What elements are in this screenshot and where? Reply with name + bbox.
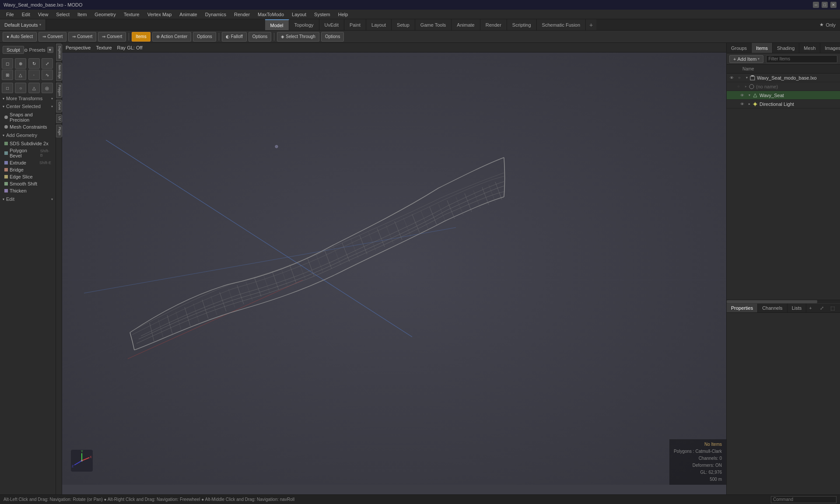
item-eye-light[interactable]: 👁: [739, 101, 745, 107]
menu-render[interactable]: Render: [231, 11, 253, 18]
options-button-2[interactable]: Options: [248, 32, 271, 42]
side-tab-polygon[interactable]: Polygon: [56, 83, 62, 98]
polygon-bevel-item[interactable]: Polygon Bevel Shift-B: [2, 147, 54, 159]
side-tab-curve[interactable]: Curve: [56, 100, 62, 112]
tool-move-icon[interactable]: ⊕: [15, 58, 26, 69]
mesh-constraints-item[interactable]: Mesh Constraints: [2, 123, 54, 130]
item-row-group[interactable]: ○ ▸ (no name): [727, 82, 840, 91]
sculpt-button[interactable]: Sculpt: [3, 46, 24, 54]
right-tab-images[interactable]: Images: [820, 43, 840, 53]
select-through-button[interactable]: ◈ Select Through: [277, 32, 319, 42]
right-tab-groups[interactable]: Groups: [727, 43, 752, 53]
convert-button-3[interactable]: ⇒ Convert: [98, 32, 126, 42]
menu-view[interactable]: View: [35, 11, 52, 18]
items-button[interactable]: Items: [132, 32, 150, 42]
tool-transform-icon[interactable]: ⊞: [2, 70, 13, 80]
tool-ngon-icon[interactable]: △: [15, 70, 26, 80]
smooth-shift-item[interactable]: Smooth Shift: [2, 180, 54, 187]
tab-uvedit[interactable]: UvEdit: [319, 19, 344, 30]
tab-schematicfusion[interactable]: Schematic Fusion: [537, 19, 586, 30]
tab-animate[interactable]: Animate: [452, 19, 480, 30]
convert-button-1[interactable]: ⇒ Convert: [38, 32, 66, 42]
menu-layout[interactable]: Layout: [288, 11, 310, 18]
auto-select-button[interactable]: ● Auto Select: [3, 32, 37, 42]
tool-select-icon[interactable]: ◻: [2, 58, 13, 69]
tab-model[interactable]: Model: [265, 19, 289, 30]
falloff-button[interactable]: ◐ Falloff: [222, 32, 247, 42]
item-eye2-scene[interactable]: ○: [736, 75, 742, 81]
more-transforms-header[interactable]: ▾ More Transforms ▾: [0, 94, 56, 102]
tool-scale-icon[interactable]: ⤢: [42, 58, 53, 69]
bridge-item[interactable]: Bridge: [2, 166, 54, 173]
right-tab-shading[interactable]: Shading: [773, 43, 799, 53]
options-button-1[interactable]: Options: [193, 32, 216, 42]
tab-scripting[interactable]: Scripting: [507, 19, 537, 30]
item-row-light[interactable]: 👁 ▸ Directional Light: [727, 100, 840, 108]
side-tab-plugin[interactable]: Plugin: [56, 125, 62, 137]
rb-expand-button[interactable]: ⤢: [817, 305, 826, 311]
viewport[interactable]: Perspective Texture Ray GL: Off ⊞ ↺ 🔍 ⚙ …: [62, 43, 726, 494]
rb-tab-channels[interactable]: Channels: [758, 304, 787, 312]
layout-dropdown[interactable]: Default Layouts ▾: [0, 19, 46, 30]
items-scrollbar[interactable]: [727, 300, 840, 303]
edge-slice-item[interactable]: Edge Slice: [2, 173, 54, 180]
item-row-wavyseat[interactable]: 👁 ▾ Wavy_Seat: [727, 91, 840, 100]
add-geometry-header[interactable]: ▾ Add Geometry: [0, 131, 56, 139]
tool-vertex-icon[interactable]: ·: [28, 70, 40, 80]
tool-sphere-icon[interactable]: ○: [15, 83, 26, 93]
menu-animate[interactable]: Animate: [176, 11, 200, 18]
items-scrollbar-thumb[interactable]: [727, 300, 817, 303]
right-tab-mesh[interactable]: Mesh: [799, 43, 820, 53]
right-tab-items[interactable]: Items: [752, 43, 773, 53]
add-item-button[interactable]: + Add Item ▾: [729, 55, 763, 63]
rb-tab-add[interactable]: +: [806, 304, 814, 312]
command-input[interactable]: [771, 496, 836, 503]
menu-select[interactable]: Select: [52, 11, 73, 18]
options-button-3[interactable]: Options: [321, 32, 344, 42]
presets-options-button[interactable]: ▾: [47, 47, 53, 53]
tab-paint[interactable]: Paint: [344, 19, 366, 30]
menu-item[interactable]: Item: [74, 11, 90, 18]
menu-texture[interactable]: Texture: [120, 11, 143, 18]
item-expand-scene[interactable]: ▾: [744, 75, 749, 80]
extrude-item[interactable]: Extrude Shift-E: [2, 159, 54, 166]
tab-gametools[interactable]: Game Tools: [415, 19, 452, 30]
snaps-precision-item[interactable]: Snaps and Precision: [2, 111, 54, 123]
tab-setup[interactable]: Setup: [392, 19, 415, 30]
convert-button-2[interactable]: ⇒ Convert: [68, 32, 96, 42]
tool-curve-icon[interactable]: ∿: [42, 70, 53, 80]
maximize-button[interactable]: □: [822, 2, 828, 8]
tool-box-icon[interactable]: □: [2, 83, 13, 93]
menu-geometry[interactable]: Geometry: [91, 11, 119, 18]
item-eye-wavyseat[interactable]: 👁: [739, 92, 745, 98]
side-tab-item-edge[interactable]: Item Edge: [56, 63, 62, 81]
items-filter-input[interactable]: [766, 55, 837, 63]
item-eye-scene[interactable]: 👁: [728, 75, 735, 81]
edit-header[interactable]: ▾ Edit ▾: [0, 195, 56, 203]
center-selected-header[interactable]: ▾ Center Selected ▾: [0, 102, 56, 110]
sds-subdivide-item[interactable]: SDS Subdivide 2x: [2, 140, 54, 147]
menu-maxtomodo[interactable]: MaxToModo: [254, 11, 287, 18]
menu-file[interactable]: File: [3, 11, 18, 18]
menu-vertexmap[interactable]: Vertex Map: [144, 11, 175, 18]
menu-dynamics[interactable]: Dynamics: [202, 11, 230, 18]
menu-system[interactable]: System: [311, 11, 334, 18]
close-button[interactable]: ✕: [830, 2, 836, 8]
rb-tab-lists[interactable]: Lists: [788, 304, 807, 312]
item-eye-group[interactable]: ○: [735, 84, 742, 90]
tab-layout[interactable]: Layout: [366, 19, 392, 30]
rb-popout-button[interactable]: ⬚: [828, 305, 837, 311]
side-tab-duplicate[interactable]: Duplicate: [56, 44, 62, 61]
tool-cone-icon[interactable]: △: [28, 83, 40, 93]
rb-tab-properties[interactable]: Properties: [727, 304, 758, 312]
item-expand-light[interactable]: ▸: [747, 102, 752, 107]
menu-help[interactable]: Help: [335, 11, 352, 18]
item-row-scene[interactable]: 👁 ○ ▾ Wavy_Seat_modo_base.lxo: [727, 74, 840, 82]
tool-rotate-icon[interactable]: ↻: [28, 58, 40, 69]
action-center-button[interactable]: ⊕ Action Center: [152, 32, 192, 42]
side-tab-uv[interactable]: UV: [56, 114, 62, 123]
thicken-item[interactable]: Thicken: [2, 187, 54, 194]
tab-add-button[interactable]: +: [586, 19, 596, 30]
menu-edit[interactable]: Edit: [18, 11, 34, 18]
minimize-button[interactable]: ─: [813, 2, 819, 8]
